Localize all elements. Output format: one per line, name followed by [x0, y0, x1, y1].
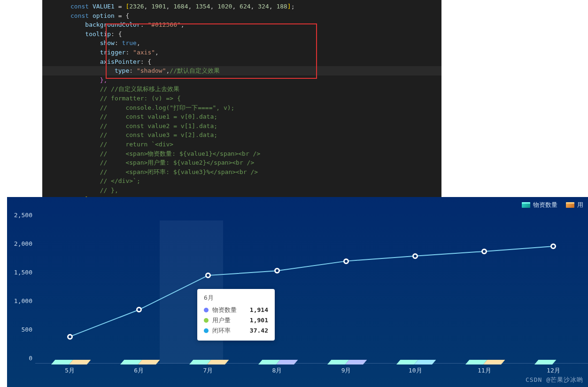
- echarts-chart[interactable]: 物资数量 用 0 500 1,000 1,500 2,000 2,500 5月6…: [7, 197, 588, 387]
- tooltip-title: 6月: [204, 294, 268, 302]
- chart-tooltip: 6月 物资数量1,914 用户量1,901 闭环率37.42: [197, 289, 275, 341]
- line-point[interactable]: [343, 258, 349, 264]
- code-editor: const VALUE1 = [2326, 1901, 1684, 1354, …: [42, 0, 441, 217]
- dot-icon: [204, 318, 209, 323]
- line-point[interactable]: [136, 307, 142, 312]
- line-point[interactable]: [274, 268, 280, 273]
- dot-icon: [204, 328, 209, 333]
- dot-icon: [204, 308, 209, 312]
- y-axis: 0 500 1,000 1,500 2,000 2,500: [12, 220, 34, 364]
- legend-item-yong[interactable]: 用: [566, 201, 583, 209]
- legend-item-wuzi[interactable]: 物资数量: [522, 201, 557, 209]
- cube-icon: [522, 202, 530, 208]
- line-point[interactable]: [412, 253, 418, 259]
- line-point[interactable]: [481, 249, 487, 254]
- line-point[interactable]: [67, 334, 73, 340]
- chart-legend[interactable]: 物资数量 用: [522, 201, 583, 209]
- cube-icon: [566, 202, 574, 208]
- line-point[interactable]: [205, 273, 211, 278]
- line-point[interactable]: [550, 243, 556, 249]
- plot-area[interactable]: 0 500 1,000 1,500 2,000 2,500: [35, 220, 588, 364]
- watermark: CSDN @芒果沙冰哟: [526, 376, 583, 384]
- x-axis: 5月6月7月8月9月10月11月12月: [35, 366, 588, 376]
